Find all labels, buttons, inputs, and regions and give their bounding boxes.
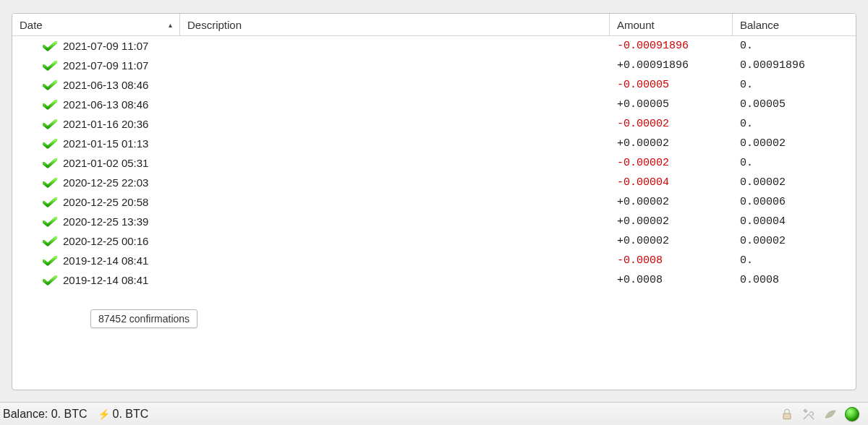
confirmed-check-icon xyxy=(43,100,57,110)
cell-amount: +0.00091896 xyxy=(610,59,733,72)
cell-balance: 0.00091896 xyxy=(733,59,856,72)
tools-icon[interactable] xyxy=(801,407,816,421)
table-row[interactable]: 2021-07-09 11:07+0.000918960.00091896 xyxy=(12,56,856,75)
cell-amount: +0.00005 xyxy=(610,98,733,111)
table-row[interactable]: 2020-12-25 13:39+0.000020.00004 xyxy=(12,212,856,231)
cell-date: 2021-06-13 08:46 xyxy=(12,79,180,91)
table-row[interactable]: 2021-07-09 11:07-0.000918960. xyxy=(12,36,856,56)
date-text: 2020-12-25 00:16 xyxy=(63,235,148,247)
cell-balance: 0. xyxy=(733,40,856,52)
confirmed-check-icon xyxy=(43,158,57,168)
column-header-amount[interactable]: Amount xyxy=(610,14,733,35)
cell-amount: -0.00002 xyxy=(610,157,733,169)
date-text: 2021-01-02 05:31 xyxy=(63,157,148,169)
column-description-label: Description xyxy=(187,19,242,31)
date-text: 2021-01-16 20:36 xyxy=(63,118,148,130)
confirmed-check-icon xyxy=(43,61,57,71)
date-text: 2021-07-09 11:07 xyxy=(63,40,148,52)
cell-balance: 0.00005 xyxy=(733,98,856,111)
status-bar: Balance: 0. BTC ⚡0. BTC xyxy=(0,402,868,425)
table-row[interactable]: 2021-06-13 08:46+0.000050.00005 xyxy=(12,95,856,114)
confirmed-check-icon xyxy=(43,80,57,90)
cell-date: 2021-01-16 20:36 xyxy=(12,118,180,130)
confirmed-check-icon xyxy=(43,178,57,188)
cell-amount: +0.00002 xyxy=(610,235,733,247)
table-row[interactable]: 2021-01-16 20:36-0.000020. xyxy=(12,114,856,134)
cell-amount: -0.00004 xyxy=(610,176,733,189)
cell-date: 2021-06-13 08:46 xyxy=(12,98,180,111)
column-amount-label: Amount xyxy=(617,19,655,31)
cell-amount: +0.00002 xyxy=(610,137,733,150)
column-header-date[interactable]: Date ▴ xyxy=(12,14,180,35)
cell-date: 2021-07-09 11:07 xyxy=(12,59,180,72)
lightning-icon: ⚡ xyxy=(98,408,110,420)
table-row[interactable]: 2021-01-02 05:31-0.000020. xyxy=(12,153,856,173)
cell-amount: -0.00002 xyxy=(610,118,733,130)
cell-date: 2021-01-02 05:31 xyxy=(12,157,180,169)
date-text: 2021-07-09 11:07 xyxy=(63,59,148,72)
cell-amount: -0.0008 xyxy=(610,254,733,267)
status-lightning-text: 0. BTC xyxy=(113,408,149,420)
cell-date: 2019-12-14 08:41 xyxy=(12,254,180,267)
status-lightning: ⚡0. BTC xyxy=(98,408,149,421)
cell-balance: 0. xyxy=(733,157,856,169)
confirmed-check-icon xyxy=(43,217,57,227)
status-left: Balance: 0. BTC ⚡0. BTC xyxy=(0,408,148,421)
column-date-label: Date xyxy=(20,19,43,31)
sort-ascending-icon: ▴ xyxy=(169,21,172,29)
date-text: 2021-06-13 08:46 xyxy=(63,79,148,91)
column-header-balance[interactable]: Balance xyxy=(733,14,856,35)
cell-balance: 0.00002 xyxy=(733,137,856,150)
network-status-dot[interactable] xyxy=(845,407,859,421)
table-row[interactable]: 2019-12-14 08:41-0.00080. xyxy=(12,251,856,270)
table-row[interactable]: 2019-12-14 08:41+0.00080.0008 xyxy=(12,270,856,290)
cell-date: 2019-12-14 08:41 xyxy=(12,274,180,286)
cell-balance: 0. xyxy=(733,79,856,91)
date-text: 2020-12-25 20:58 xyxy=(63,196,148,208)
column-balance-label: Balance xyxy=(740,19,779,31)
cell-balance: 0.00002 xyxy=(733,235,856,247)
cell-date: 2020-12-25 13:39 xyxy=(12,215,180,228)
confirmed-check-icon xyxy=(43,41,57,51)
column-header-description[interactable]: Description xyxy=(180,14,610,35)
cell-amount: +0.00002 xyxy=(610,196,733,208)
cell-amount: +0.00002 xyxy=(610,215,733,228)
cell-balance: 0.00004 xyxy=(733,215,856,228)
cell-amount: +0.0008 xyxy=(610,274,733,286)
table-row[interactable]: 2020-12-25 00:16+0.000020.00002 xyxy=(12,231,856,251)
cell-date: 2020-12-25 20:58 xyxy=(12,196,180,208)
confirmed-check-icon xyxy=(43,256,57,266)
date-text: 2019-12-14 08:41 xyxy=(63,274,148,286)
date-text: 2021-06-13 08:46 xyxy=(63,98,148,111)
confirmed-check-icon xyxy=(43,119,57,129)
cell-date: 2020-12-25 00:16 xyxy=(12,235,180,247)
cell-date: 2020-12-25 22:03 xyxy=(12,176,180,189)
date-text: 2021-01-15 01:13 xyxy=(63,137,148,150)
table-row[interactable]: 2021-01-15 01:13+0.000020.00002 xyxy=(12,134,856,153)
svg-rect-0 xyxy=(783,413,791,419)
table-row[interactable]: 2021-06-13 08:46-0.000050. xyxy=(12,75,856,95)
cell-date: 2021-07-09 11:07 xyxy=(12,40,180,52)
table-row[interactable]: 2020-12-25 20:58+0.000020.00006 xyxy=(12,192,856,212)
cell-amount: -0.00005 xyxy=(610,79,733,91)
transactions-panel: Date ▴ Description Amount Balance 2021-0… xyxy=(12,13,856,390)
table-row[interactable]: 2020-12-25 22:03-0.000040.00002 xyxy=(12,173,856,192)
date-text: 2020-12-25 13:39 xyxy=(63,215,148,228)
cell-balance: 0.0008 xyxy=(733,274,856,286)
cell-balance: 0. xyxy=(733,118,856,130)
confirmed-check-icon xyxy=(43,139,57,149)
confirmations-tooltip: 87452 confirmations xyxy=(90,309,197,328)
lock-icon[interactable] xyxy=(780,407,794,421)
status-balance: Balance: 0. BTC xyxy=(3,408,88,421)
seed-icon[interactable] xyxy=(823,407,838,421)
cell-amount: -0.00091896 xyxy=(610,40,733,52)
status-icons xyxy=(780,407,864,421)
table-header: Date ▴ Description Amount Balance xyxy=(12,14,856,36)
cell-balance: 0. xyxy=(733,254,856,267)
cell-balance: 0.00002 xyxy=(733,176,856,189)
cell-balance: 0.00006 xyxy=(733,196,856,208)
confirmed-check-icon xyxy=(43,197,57,207)
confirmed-check-icon xyxy=(43,275,57,286)
transactions-rows: 2021-07-09 11:07-0.000918960.2021-07-09 … xyxy=(12,36,856,290)
date-text: 2019-12-14 08:41 xyxy=(63,254,148,267)
